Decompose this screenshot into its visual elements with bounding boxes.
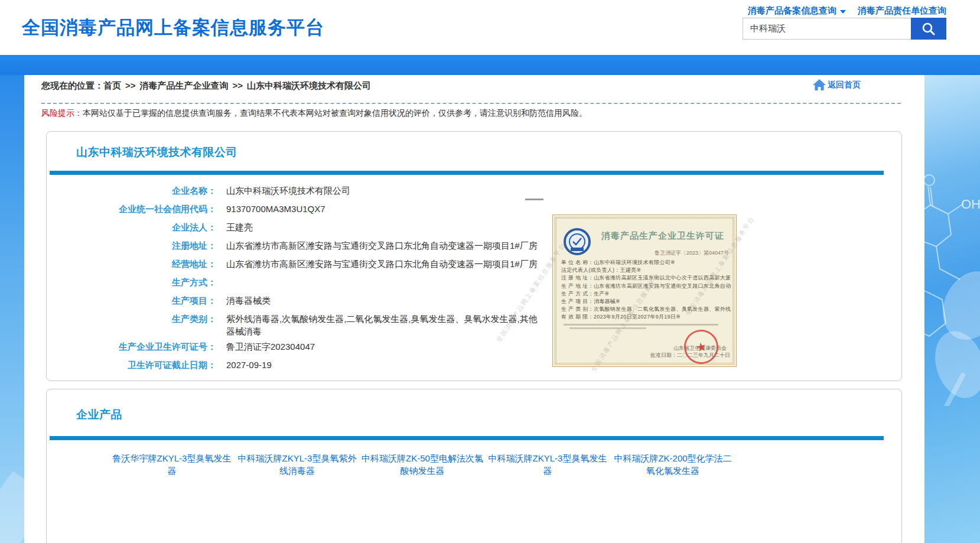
field-value: 紫外线消毒器,次氯酸钠发生器,二氧化氯发生器,臭氧发生器、臭氧水发生器,其他器械… bbox=[226, 313, 542, 337]
search-button[interactable] bbox=[911, 18, 946, 40]
field-label: 生产项目： bbox=[47, 294, 216, 307]
field-label: 生产类别： bbox=[47, 313, 216, 325]
field-row-license-number: 生产企业卫生许可证号：鲁卫消证字202304047 bbox=[47, 337, 566, 356]
field-value: 王建亮 bbox=[226, 221, 253, 233]
certificate-lines: 单 位 名 称：山东中科瑞沃环境技术有限公司※ 法定代表人(或负责人)：王建亮※… bbox=[561, 259, 731, 321]
hygiene-license-certificate-image: 消毒产品生产企业卫生许可证 鲁卫消证字〔2023〕第04047号 单 位 名 称… bbox=[552, 214, 737, 367]
field-row-registered-address: 注册地址：山东省潍坊市高新区潍安路与宝通街交叉路口东北角自动变速器一期项目1#厂… bbox=[47, 236, 566, 255]
certificate-line: 注 册 地 址：山东省潍坊高新区玉清东街以北中心次干道以西高新大厦902号科研楼… bbox=[561, 274, 731, 282]
certificate-fine-print bbox=[569, 327, 646, 329]
field-label: 企业法人： bbox=[47, 221, 216, 233]
background-right: OH bbox=[924, 75, 980, 543]
certificate-line: 有 效 期 限：2023年9月20日至2027年9月19日※ bbox=[561, 313, 731, 321]
company-fields: 企业名称：山东中科瑞沃环境技术有限公司 企业统一社会信用代码：91370700M… bbox=[47, 181, 566, 374]
site-title: 全国消毒产品网上备案信息服务平台 bbox=[22, 15, 324, 40]
chevron-down-icon bbox=[840, 10, 846, 14]
site-header: 全国消毒产品网上备案信息服务平台 消毒产品备案信息查询 消毒产品责任单位查询 bbox=[0, 0, 980, 55]
field-row-credit-code: 企业统一社会信用代码：91370700MA3M3U1QX7 bbox=[47, 200, 566, 218]
return-home-link[interactable]: 返回首页 bbox=[812, 79, 861, 92]
certificate-line: 生 产 类 别：次氯酸钠发生器、二氧化氯发生器、臭氧发生器、紫外线消毒器※ bbox=[561, 305, 731, 313]
field-value: 山东中科瑞沃环境技术有限公司 bbox=[226, 184, 350, 197]
products-panel: 企业产品 鲁沃华宇牌ZKYL-3型臭氧发生器 中科瑞沃牌ZKYL-3型臭氧紫外线… bbox=[46, 389, 902, 543]
certificate-line: 法定代表人(或负责人)：王建亮※ bbox=[561, 266, 731, 274]
field-row-company-name: 企业名称：山东中科瑞沃环境技术有限公司 bbox=[47, 181, 566, 200]
field-value: 山东省潍坊市高新区潍安路与宝通街交叉路口东北角自动变速器一期项目1#厂房 bbox=[226, 239, 538, 252]
product-list: 鲁沃华宇牌ZKYL-3型臭氧发生器 中科瑞沃牌ZKYL-3型臭氧紫外线消毒器 中… bbox=[109, 452, 818, 485]
field-label: 注册地址： bbox=[47, 239, 216, 252]
molecule-oh-label: OH bbox=[961, 197, 980, 212]
breadcrumb-home[interactable]: 首页 bbox=[103, 80, 121, 90]
panel-divider bbox=[50, 171, 884, 175]
field-row-license-expiry: 卫生许可证截止日期：2027-09-19 bbox=[47, 356, 566, 374]
field-label: 生产企业卫生许可证号： bbox=[47, 340, 216, 353]
certificate-fine-print bbox=[564, 324, 718, 326]
field-value: 91370700MA3M3U1QX7 bbox=[226, 203, 325, 215]
field-value: 鲁卫消证字202304047 bbox=[226, 340, 315, 353]
seal-star: ★ bbox=[695, 339, 708, 355]
content-area: 您现在的位置：首页>>消毒产品生产企业查询>>山东中科瑞沃环境技术有限公司 返回… bbox=[24, 75, 924, 543]
risk-notice: 风险提示：本网站仅基于已掌握的信息提供查询服务，查询结果不代表本网站对被查询对象… bbox=[41, 108, 587, 119]
background-left bbox=[0, 75, 24, 543]
field-value: 2027-09-19 bbox=[226, 359, 272, 371]
product-link[interactable]: 中科瑞沃牌ZK-200型化学法二氧化氯发生器 bbox=[610, 452, 735, 477]
nav-link-label: 消毒产品备案信息查询 bbox=[748, 5, 836, 17]
company-panel: 山东中科瑞沃环境技术有限公司 企业名称：山东中科瑞沃环境技术有限公司 企业统一社… bbox=[46, 131, 902, 381]
product-link[interactable]: 中科瑞沃牌ZK-50型电解法次氯酸钠发生器 bbox=[360, 452, 485, 477]
product-link[interactable]: 鲁沃华宇牌ZKYL-3型臭氧发生器 bbox=[109, 452, 235, 477]
certificate-serial: 鲁卫消证字〔2023〕第04047号 bbox=[655, 249, 729, 257]
search-icon bbox=[921, 21, 936, 37]
product-link[interactable]: 中科瑞沃牌ZKYL-3型臭氧紫外线消毒器 bbox=[235, 452, 360, 477]
background-shard bbox=[0, 471, 24, 543]
search-input[interactable] bbox=[743, 18, 911, 40]
red-seal-icon: ★ bbox=[681, 327, 722, 368]
header-band bbox=[0, 55, 980, 75]
breadcrumb-separator: >> bbox=[125, 80, 136, 90]
breadcrumb-company[interactable]: 山东中科瑞沃环境技术有限公司 bbox=[247, 80, 371, 90]
field-row-production-category: 生产类别：紫外线消毒器,次氯酸钠发生器,二氧化氯发生器,臭氧发生器、臭氧水发生器… bbox=[47, 310, 566, 337]
field-value: 山东省潍坊市高新区潍安路与宝通街交叉路口东北角自动变速器一期项目1#厂房 bbox=[226, 258, 538, 270]
field-label: 企业统一社会信用代码： bbox=[47, 203, 216, 215]
products-panel-title: 企业产品 bbox=[76, 407, 122, 422]
field-row-production-mode: 生产方式： bbox=[47, 273, 566, 291]
image-placeholder-dash bbox=[525, 199, 543, 200]
top-nav: 消毒产品备案信息查询 消毒产品责任单位查询 bbox=[748, 5, 946, 17]
field-row-business-address: 经营地址：山东省潍坊市高新区潍安路与宝通街交叉路口东北角自动变速器一期项目1#厂… bbox=[47, 255, 566, 273]
dashed-divider bbox=[41, 103, 901, 104]
company-panel-title: 山东中科瑞沃环境技术有限公司 bbox=[76, 145, 237, 160]
breadcrumb-separator: >> bbox=[233, 80, 243, 90]
nav-link-record-info-query[interactable]: 消毒产品备案信息查询 bbox=[748, 5, 846, 17]
certificate-line: 生 产 方 式：生产※ bbox=[561, 290, 731, 298]
field-label: 经营地址： bbox=[47, 258, 216, 270]
field-label: 企业名称： bbox=[47, 184, 216, 197]
breadcrumb-prefix: 您现在的位置： bbox=[41, 80, 103, 90]
field-row-legal-person: 企业法人：王建亮 bbox=[47, 218, 566, 236]
return-home-label: 返回首页 bbox=[828, 80, 861, 90]
product-link[interactable]: 中科瑞沃牌ZKYL-3型臭氧发生器 bbox=[485, 452, 610, 477]
breadcrumb-enterprise-query[interactable]: 消毒产品生产企业查询 bbox=[140, 80, 229, 90]
field-label: 卫生许可证截止日期： bbox=[47, 359, 216, 371]
certificate-title: 消毒产品生产企业卫生许可证 bbox=[594, 230, 731, 242]
field-row-production-project: 生产项目：消毒器械类 bbox=[47, 291, 566, 310]
certificate-line: 单 位 名 称：山东中科瑞沃环境技术有限公司※ bbox=[561, 259, 731, 266]
home-icon bbox=[812, 79, 826, 92]
certificate-emblem-icon bbox=[564, 228, 591, 255]
molecule-decoration: OH bbox=[924, 110, 980, 406]
breadcrumb: 您现在的位置：首页>>消毒产品生产企业查询>>山东中科瑞沃环境技术有限公司 bbox=[41, 80, 371, 92]
field-value: 消毒器械类 bbox=[226, 294, 271, 307]
page: 全国消毒产品网上备案信息服务平台 消毒产品备案信息查询 消毒产品责任单位查询 bbox=[0, 0, 980, 543]
field-label: 生产方式： bbox=[47, 276, 216, 288]
certificate-line: 生 产 项 目：消毒器械※ bbox=[561, 298, 731, 305]
risk-notice-label: 风险提示： bbox=[41, 108, 83, 118]
certificate-line: 生 产 地 址：山东省潍坊市高新区潍安路与宝通街交叉路口东北角自动变速器一期项目… bbox=[561, 282, 731, 290]
search-bar bbox=[743, 18, 946, 40]
risk-notice-text: 本网站仅基于已掌握的信息提供查询服务，查询结果不代表本网站对被查询对象信用状况的… bbox=[83, 108, 587, 118]
panel-divider bbox=[50, 436, 884, 440]
nav-link-responsible-unit-query[interactable]: 消毒产品责任单位查询 bbox=[858, 5, 946, 17]
